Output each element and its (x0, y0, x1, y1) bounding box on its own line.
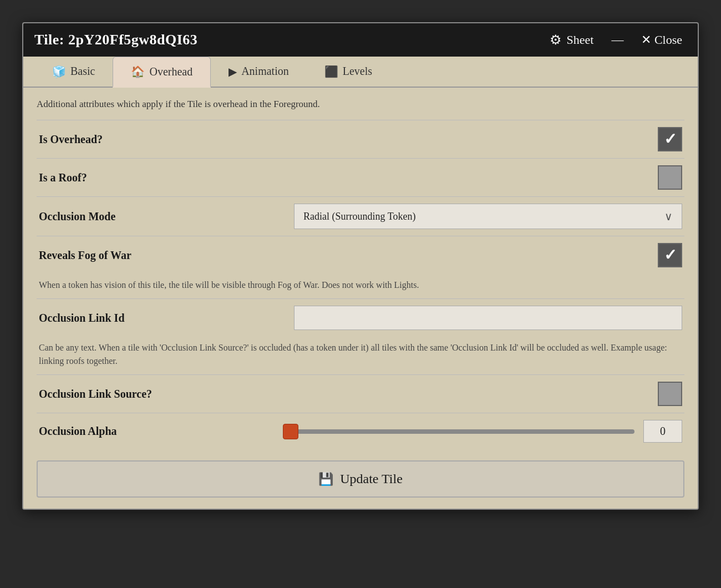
sheet-label: Sheet (566, 33, 593, 47)
is-roof-row: Is a Roof? (37, 158, 684, 196)
occlusion-link-id-input[interactable] (294, 306, 682, 330)
fog-description: When a token has vision of this tile, th… (37, 274, 684, 298)
animation-icon: ▶ (229, 65, 237, 78)
save-icon: 💾 (318, 472, 333, 486)
update-tile-label: Update Tile (340, 472, 403, 486)
occlusion-link-source-row: Occlusion Link Source? (37, 374, 684, 413)
occlusion-mode-value: Radial (Surrounding Token) (303, 211, 415, 222)
occlusion-link-source-checkbox[interactable] (658, 382, 682, 406)
reveals-fog-label: Reveals Fog of War (39, 249, 131, 262)
is-overhead-label: Is Overhead? (39, 133, 103, 146)
is-overhead-checkbox[interactable]: ✓ (658, 127, 682, 151)
main-window: Tile: 2pY20Ff5gw8dQI63 ⚙ Sheet — ✕ Close… (22, 22, 699, 510)
tab-overhead[interactable]: 🏠 Overhead (113, 57, 211, 88)
is-overhead-row: Is Overhead? ✓ (37, 120, 684, 158)
tab-animation[interactable]: ▶ Animation (211, 57, 307, 88)
tab-basic[interactable]: 🧊 Basic (34, 57, 113, 88)
occlusion-alpha-label: Occlusion Alpha (39, 425, 117, 438)
minimize-label: — (611, 33, 623, 47)
occlusion-link-source-label: Occlusion Link Source? (39, 388, 152, 401)
tab-animation-label: Animation (241, 65, 289, 78)
occlusion-alpha-slider-container: 0 (283, 420, 682, 443)
title-bar: Tile: 2pY20Ff5gw8dQI63 ⚙ Sheet — ✕ Close (23, 23, 698, 57)
tab-overhead-label: Overhead (149, 65, 192, 78)
tab-bar: 🧊 Basic 🏠 Overhead ▶ Animation ⬛ Levels (23, 57, 698, 88)
occlusion-mode-label: Occlusion Mode (39, 210, 115, 223)
tab-levels[interactable]: ⬛ Levels (307, 57, 390, 88)
occlusion-alpha-row: Occlusion Alpha 0 (37, 413, 684, 449)
occlusion-mode-row: Occlusion Mode Radial (Surrounding Token… (37, 196, 684, 236)
link-description: Can be any text. When a tile with 'Occlu… (37, 337, 684, 374)
content-area: Additional attributes which apply if the… (23, 88, 698, 509)
window-title: Tile: 2pY20Ff5gw8dQI63 (34, 32, 197, 48)
tab-levels-label: Levels (343, 65, 372, 78)
occlusion-mode-dropdown[interactable]: Radial (Surrounding Token) ∨ (294, 204, 682, 229)
occlusion-link-id-label: Occlusion Link Id (39, 312, 125, 325)
section-description: Additional attributes which apply if the… (37, 99, 684, 110)
occlusion-alpha-slider[interactable] (283, 429, 634, 434)
reveals-fog-checkmark: ✓ (664, 247, 677, 263)
reveals-fog-row: Reveals Fog of War ✓ (37, 236, 684, 274)
basic-icon: 🧊 (52, 65, 66, 78)
slider-thumb[interactable] (283, 424, 298, 439)
occlusion-alpha-value: 0 (643, 420, 682, 443)
is-overhead-checkmark: ✓ (664, 131, 677, 147)
is-roof-checkbox[interactable] (658, 165, 682, 190)
dropdown-arrow-icon: ∨ (664, 210, 673, 223)
title-bar-controls: ⚙ Sheet — ✕ Close (545, 30, 687, 50)
occlusion-link-id-row: Occlusion Link Id (37, 298, 684, 337)
levels-icon: ⬛ (324, 65, 338, 78)
is-roof-label: Is a Roof? (39, 171, 87, 184)
gear-icon: ⚙ (550, 32, 562, 48)
tab-basic-label: Basic (70, 65, 95, 78)
reveals-fog-checkbox[interactable]: ✓ (658, 243, 682, 267)
update-tile-button[interactable]: 💾 Update Tile (37, 460, 684, 498)
sheet-button[interactable]: ⚙ Sheet (545, 30, 598, 50)
minimize-button[interactable]: — (607, 31, 628, 49)
close-label: ✕ Close (641, 33, 682, 47)
close-button[interactable]: ✕ Close (637, 31, 687, 49)
overhead-icon: 🏠 (131, 65, 145, 78)
